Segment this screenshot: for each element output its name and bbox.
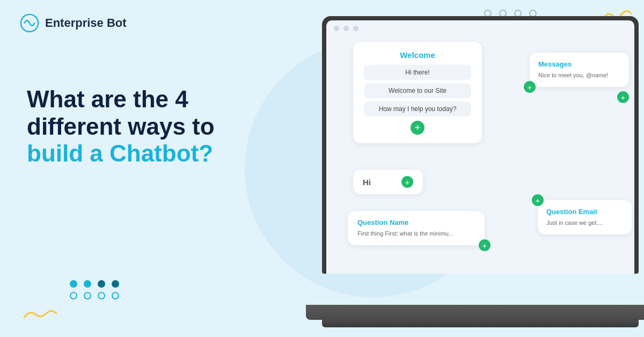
laptop-screen: Welcome Hi there! Welcome to our Site Ho… [326,20,634,274]
hero-title: What are the 4different ways tobuild a C… [27,86,263,167]
hi-card: Hi + [353,170,423,194]
screen-content: Welcome Hi there! Welcome to our Site Ho… [326,36,634,274]
welcome-msg3: How may I help you today? [364,101,471,116]
outline-dots [70,292,119,299]
filled-dots [70,280,119,288]
window-dot-2 [343,26,349,31]
window-dot-1 [334,26,339,31]
dot-f2 [84,280,91,288]
messages-card-text: Nice to meet you, @name! [538,71,620,79]
dot-f1 [70,280,77,288]
laptop: Welcome Hi there! Welcome to our Site Ho… [306,16,644,327]
messages-add-button-2[interactable]: + [617,91,629,103]
dot-o1 [70,292,77,299]
welcome-msg2: Welcome to our Site [364,83,471,98]
window-bar [326,20,634,36]
laptop-bezel: Welcome Hi there! Welcome to our Site Ho… [322,16,639,274]
messages-card: Messages Nice to meet you, @name! + + [530,53,629,87]
window-dot-3 [353,26,358,31]
logo-icon [19,13,40,33]
hi-card-text: Hi [363,178,371,187]
header: Enterprise Bot [19,13,127,33]
laptop-base-bottom [322,320,639,327]
messages-add-button[interactable]: + [524,81,536,93]
dot-f4 [112,280,119,288]
dot-o3 [98,292,105,299]
question-name-card: Question Name First thing First: what is… [348,211,485,245]
welcome-add-button[interactable]: + [411,121,425,135]
dot-f3 [98,280,105,288]
hero-highlight: build a Chatbot? [27,140,213,166]
question-email-text: Just in case we get.... [546,219,623,227]
question-name-text: First thing First: what is the minimu... [357,230,475,238]
laptop-base [306,305,644,320]
hero-section: What are the 4different ways tobuild a C… [27,86,263,167]
brand-name: Enterprise Bot [45,16,127,30]
welcome-msg1: Hi there! [364,65,471,80]
question-email-add-button[interactable]: + [532,194,544,206]
welcome-card-title: Welcome [364,50,471,60]
messages-card-title: Messages [538,60,620,68]
question-name-add-button[interactable]: + [479,239,491,251]
question-email-title: Question Email [546,208,623,216]
question-email-card: Question Email Just in case we get.... + [538,200,632,235]
question-name-title: Question Name [357,218,475,226]
hi-add-button[interactable]: + [401,176,413,188]
dot-o2 [84,292,91,299]
dot-o4 [112,292,119,299]
welcome-card: Welcome Hi there! Welcome to our Site Ho… [353,42,482,143]
squiggle-decoration-bottom [21,308,59,321]
